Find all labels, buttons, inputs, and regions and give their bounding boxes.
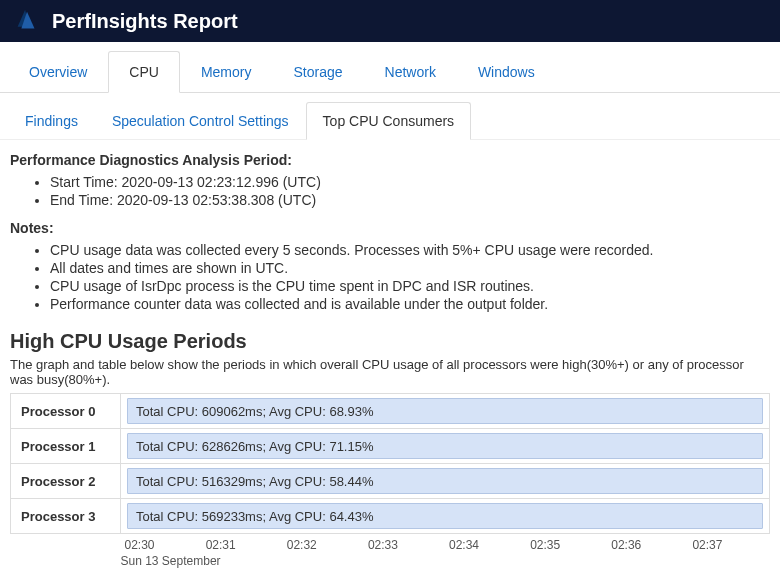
processor-bar-cell: Total CPU: 609062ms; Avg CPU: 68.93% [121,394,770,429]
subtab-speculation[interactable]: Speculation Control Settings [95,102,306,140]
processor-bar-cell: Total CPU: 516329ms; Avg CPU: 58.44% [121,464,770,499]
table-row: Processor 2 Total CPU: 516329ms; Avg CPU… [11,464,770,499]
x-tick: 02:33 [364,534,445,552]
x-axis-date: Sun 13 September [121,554,221,568]
processor-name: Processor 1 [11,429,121,464]
tab-memory[interactable]: Memory [180,51,273,93]
processor-name: Processor 2 [11,464,121,499]
table-row: Processor 1 Total CPU: 628626ms; Avg CPU… [11,429,770,464]
processor-name: Processor 3 [11,499,121,534]
highcpu-desc: The graph and table below show the perio… [10,357,770,387]
table-row: Processor 3 Total CPU: 569233ms; Avg CPU… [11,499,770,534]
content-panel: Performance Diagnostics Analysis Period:… [0,140,780,568]
tab-overview[interactable]: Overview [8,51,108,93]
table-row: Processor 0 Total CPU: 609062ms; Avg CPU… [11,394,770,429]
cpu-bar[interactable]: Total CPU: 628626ms; Avg CPU: 71.15% [127,433,763,459]
cpu-bar[interactable]: Total CPU: 516329ms; Avg CPU: 58.44% [127,468,763,494]
x-tick: 02:32 [283,534,364,552]
processor-bar-cell: Total CPU: 569233ms; Avg CPU: 64.43% [121,499,770,534]
note-item: All dates and times are shown in UTC. [50,260,770,276]
notes-list: CPU usage data was collected every 5 sec… [10,242,770,312]
analysis-end-time: End Time: 2020-09-13 02:53:38.308 (UTC) [50,192,770,208]
subtab-findings[interactable]: Findings [8,102,95,140]
note-item: CPU usage of IsrDpc process is the CPU t… [50,278,770,294]
page-title: PerfInsights Report [52,10,238,33]
sub-tabs: Findings Speculation Control Settings To… [0,101,780,140]
notes-heading: Notes: [10,220,770,236]
x-axis-ticks: 02:30 02:31 02:32 02:33 02:34 02:35 02:3… [121,534,770,552]
x-tick: 02:30 [121,534,202,552]
note-item: CPU usage data was collected every 5 sec… [50,242,770,258]
cpu-bar[interactable]: Total CPU: 569233ms; Avg CPU: 64.43% [127,503,763,529]
analysis-period-heading: Performance Diagnostics Analysis Period: [10,152,770,168]
cpu-bar[interactable]: Total CPU: 609062ms; Avg CPU: 68.93% [127,398,763,424]
azure-logo-icon [12,6,42,36]
main-tabs: Overview CPU Memory Storage Network Wind… [0,50,780,93]
axis-row: 02:30 02:31 02:32 02:33 02:34 02:35 02:3… [11,534,770,569]
analysis-period-list: Start Time: 2020-09-13 02:23:12.996 (UTC… [10,174,770,208]
x-tick: 02:35 [526,534,607,552]
x-tick: 02:37 [688,534,769,552]
tab-windows[interactable]: Windows [457,51,556,93]
x-tick: 02:34 [445,534,526,552]
highcpu-heading: High CPU Usage Periods [10,330,770,353]
processor-name: Processor 0 [11,394,121,429]
processor-bar-cell: Total CPU: 628626ms; Avg CPU: 71.15% [121,429,770,464]
processor-table: Processor 0 Total CPU: 609062ms; Avg CPU… [10,393,770,568]
x-tick: 02:31 [202,534,283,552]
x-tick: 02:36 [607,534,688,552]
tab-network[interactable]: Network [364,51,457,93]
subtab-top-cpu[interactable]: Top CPU Consumers [306,102,472,140]
analysis-start-time: Start Time: 2020-09-13 02:23:12.996 (UTC… [50,174,770,190]
app-header: PerfInsights Report [0,0,780,42]
tab-cpu[interactable]: CPU [108,51,180,93]
note-item: Performance counter data was collected a… [50,296,770,312]
tab-storage[interactable]: Storage [272,51,363,93]
